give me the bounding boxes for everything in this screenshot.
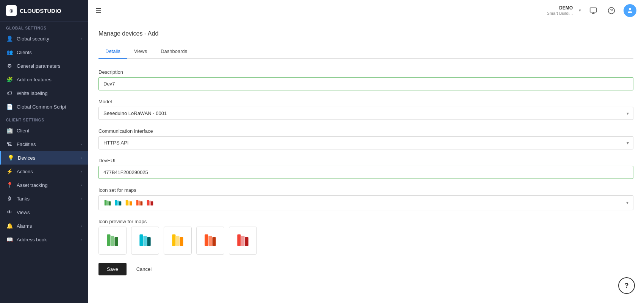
sidebar-item-views[interactable]: 👁 Views (0, 205, 88, 219)
form-actions: Save Cancel (98, 263, 633, 275)
icon-preview-grid (98, 227, 633, 255)
sidebar-item-tanks[interactable]: 🛢 Tanks › (0, 192, 88, 205)
chevron-right-icon: › (81, 238, 82, 242)
icon-preview-cyan (131, 227, 159, 255)
svg-rect-22 (111, 236, 114, 246)
svg-rect-25 (143, 236, 147, 246)
save-button[interactable]: Save (98, 263, 127, 275)
deveui-label: DevEUI (98, 158, 633, 163)
general-params-icon: ⚙ (6, 63, 13, 69)
comm-interface-group: Communication interface HTTPS API ▾ (98, 128, 633, 149)
sidebar-item-label: Add on features (17, 77, 52, 82)
sidebar-item-facilities[interactable]: 🏗 Facilities › (0, 137, 88, 151)
sidebar-item-label: Clients (17, 50, 32, 55)
page-content: Manage devices - Add Details Views Dashb… (88, 21, 644, 303)
sidebar-item-address-book[interactable]: 📖 Address book › (0, 233, 88, 246)
device-form: Description Model Seeeduino LoRaWAN - 00… (98, 69, 633, 275)
addon-icon: 🧩 (6, 76, 13, 82)
svg-rect-0 (590, 8, 597, 12)
icon-preview-yellow (164, 227, 192, 255)
sidebar-item-label: Client (17, 128, 29, 134)
description-label: Description (98, 69, 633, 75)
chevron-right-icon: › (81, 169, 82, 174)
sidebar-item-client[interactable]: 🏢 Client (0, 124, 88, 137)
sidebar-item-label: White labeling (17, 90, 48, 96)
tanks-icon: 🛢 (6, 196, 13, 202)
help-fab-button[interactable]: ? (618, 277, 635, 294)
demo-dropdown-arrow[interactable]: ▾ (579, 8, 581, 13)
icon-preview-orange (196, 227, 224, 255)
svg-rect-10 (117, 201, 119, 206)
alarms-icon: 🔔 (6, 223, 13, 229)
sidebar-item-label: Alarms (17, 223, 32, 229)
description-input[interactable] (98, 77, 633, 90)
sidebar-item-label: Global Common Script (17, 104, 66, 110)
main-area: ☰ DEMO Smart Buildi... ▾ (88, 0, 644, 303)
svg-rect-28 (176, 236, 179, 246)
svg-rect-20 (151, 201, 153, 205)
cancel-button[interactable]: Cancel (131, 263, 157, 275)
white-label-icon: 🏷 (6, 90, 13, 96)
sidebar-item-general-parameters[interactable]: ⚙ General parameters (0, 59, 88, 73)
logo-text: CLOUDSTUDIO (20, 8, 61, 14)
sidebar-item-label: Views (17, 210, 30, 215)
sidebar-item-label: Actions (17, 169, 33, 174)
sidebar-item-clients[interactable]: 👥 Clients (0, 45, 88, 59)
address-book-icon: 📖 (6, 236, 13, 242)
svg-rect-34 (241, 236, 244, 246)
sidebar-item-asset-tracking[interactable]: 📍 Asset tracking › (0, 178, 88, 192)
icon-preview-green (98, 227, 127, 255)
icon-set-preview-green (103, 199, 112, 207)
svg-rect-17 (141, 201, 143, 205)
sidebar-item-label: Global security (17, 36, 49, 42)
sidebar-item-add-on-features[interactable]: 🧩 Add on features (0, 73, 88, 86)
svg-point-5 (629, 8, 631, 10)
demo-sub: Smart Buildi... (547, 11, 573, 16)
icon-set-preview-orange (135, 199, 144, 207)
svg-rect-19 (149, 201, 151, 206)
icon-preview-label: Icon preview for maps (98, 219, 633, 224)
description-group: Description (98, 69, 633, 90)
icon-set-dropdown[interactable]: ▾ (98, 195, 633, 210)
svg-rect-24 (139, 235, 143, 246)
sidebar-item-white-labeling[interactable]: 🏷 White labeling (0, 86, 88, 100)
svg-rect-12 (126, 200, 128, 206)
asset-tracking-icon: 📍 (6, 182, 13, 188)
monitor-button[interactable] (587, 5, 599, 17)
deveui-group: DevEUI (98, 158, 633, 179)
icon-set-label: Icon set for maps (98, 187, 633, 193)
sidebar: ◎ CLOUDSTUDIO GLOBAL SETTINGS 👤 Global s… (0, 0, 88, 303)
sidebar-item-devices[interactable]: 💡 Devices › (0, 151, 88, 165)
svg-rect-32 (213, 237, 216, 246)
icon-set-preview-yellow (125, 199, 133, 207)
help-button[interactable] (605, 5, 617, 17)
sidebar-item-global-common-script[interactable]: 📄 Global Common Script (0, 100, 88, 113)
model-group: Model Seeeduino LoRaWAN - 0001 ▾ (98, 99, 633, 120)
tab-details[interactable]: Details (98, 45, 127, 59)
sidebar-item-alarms[interactable]: 🔔 Alarms › (0, 219, 88, 233)
sidebar-item-label: Devices (18, 155, 35, 161)
topbar: ☰ DEMO Smart Buildi... ▾ (88, 0, 644, 21)
sidebar-item-label: General parameters (17, 63, 61, 69)
comm-interface-select[interactable]: HTTPS API (98, 136, 633, 149)
client-icon: 🏢 (6, 127, 13, 134)
chevron-right-icon: › (81, 37, 82, 41)
tab-dashboards[interactable]: Dashboards (154, 45, 194, 59)
model-select[interactable]: Seeeduino LoRaWAN - 0001 (98, 107, 633, 120)
svg-rect-8 (109, 201, 111, 205)
user-avatar[interactable] (624, 4, 636, 17)
hamburger-button[interactable]: ☰ (95, 6, 102, 15)
svg-rect-15 (136, 200, 139, 206)
global-security-icon: 👤 (6, 36, 13, 42)
sidebar-item-actions[interactable]: ⚡ Actions › (0, 165, 88, 178)
svg-rect-21 (107, 235, 110, 246)
svg-rect-29 (180, 237, 183, 246)
tabs-bar: Details Views Dashboards (98, 45, 633, 59)
tab-views[interactable]: Views (127, 45, 154, 59)
sidebar-item-global-security[interactable]: 👤 Global security › (0, 32, 88, 45)
chevron-right-icon: › (81, 156, 82, 160)
svg-rect-27 (172, 235, 175, 246)
svg-rect-6 (105, 200, 107, 206)
sidebar-logo: ◎ CLOUDSTUDIO (0, 0, 88, 22)
deveui-input[interactable] (98, 166, 633, 179)
